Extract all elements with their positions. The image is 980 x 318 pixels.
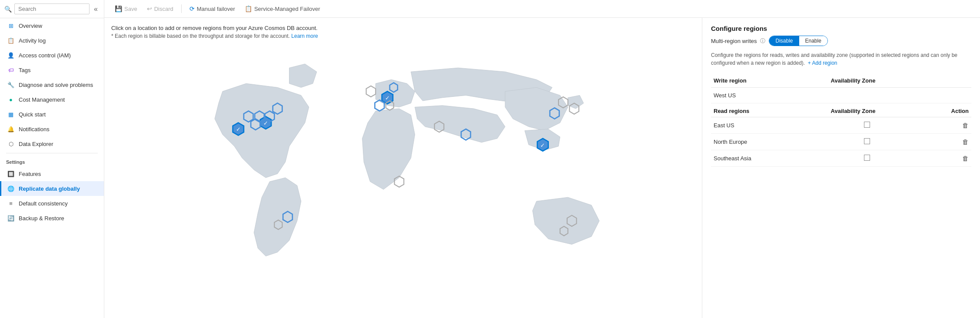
search-icon: 🔍 (4, 6, 12, 13)
grid-icon: ⊞ (7, 22, 14, 29)
multiregion-row: Multi-region writes ⓘ Disable Enable (711, 36, 971, 46)
sidebar-item-data-explorer[interactable]: ⬡ Data Explorer (0, 136, 104, 151)
tag-icon: 🏷 (7, 66, 14, 73)
quickstart-icon: ▦ (7, 111, 14, 118)
search-box: 🔍 « (0, 0, 104, 18)
pin-west-us[interactable]: ✓ (233, 123, 244, 136)
main-area: 💾 Save ↩ Discard ⟳ Manual failover 📋 Ser… (104, 0, 980, 318)
config-description: Configure the regions for reads, writes … (711, 51, 971, 67)
features-icon: 🔲 (7, 170, 14, 177)
pin-west-europe[interactable] (375, 100, 384, 111)
service-managed-failover-button[interactable]: 📋 Service-Managed Failover (241, 3, 324, 14)
table-row: Southeast Asia 🗑 (711, 150, 971, 167)
add-region-link[interactable]: + Add region (808, 60, 837, 66)
content-area: Click on a location to add or remove reg… (104, 18, 980, 318)
search-input[interactable] (14, 3, 90, 14)
sidebar-item-backup-restore[interactable]: 🔄 Backup & Restore (0, 211, 104, 225)
collapse-button[interactable]: « (92, 4, 100, 14)
read-regions-header-row: Read regions Availability Zone Action (711, 103, 971, 117)
discard-icon: ↩ (147, 5, 152, 12)
sidebar: 🔍 « ⊞ Overview 📋 Activity log 👤 Access c… (0, 0, 104, 318)
disable-toggle[interactable]: Disable (769, 36, 799, 46)
az-checkbox-cell (828, 117, 907, 134)
delete-region-button-0[interactable]: 🗑 (962, 122, 969, 129)
learn-more-link[interactable]: Learn more (291, 33, 318, 39)
delete-region-button-2[interactable]: 🗑 (962, 155, 969, 162)
save-icon: 💾 (115, 5, 122, 12)
right-panel: Configure regions Multi-region writes ⓘ … (702, 18, 980, 318)
write-region-name: West US (711, 88, 828, 103)
settings-section-header: Settings (0, 155, 104, 166)
map-info-text: Click on a location to add or remove reg… (111, 25, 695, 31)
read-regions-col-header: Read regions (711, 103, 828, 117)
service-failover-icon: 📋 (245, 5, 252, 12)
write-region-header-row: Write region Availability Zone (711, 74, 971, 88)
world-map-svg: ✓ ✓ (111, 44, 695, 311)
map-billing-note: * Each region is billable based on the t… (111, 33, 695, 39)
sidebar-item-cost-management[interactable]: ● Cost Management (0, 92, 104, 107)
toggle-group: Disable Enable (769, 36, 827, 46)
backup-icon: 🔄 (7, 215, 14, 222)
write-region-col-header: Write region (711, 74, 828, 88)
failover-icon: ⟳ (189, 5, 195, 12)
svg-text:✓: ✓ (540, 142, 545, 149)
region-name-cell: East US (711, 117, 828, 134)
sidebar-item-diagnose[interactable]: 🔧 Diagnose and solve problems (0, 77, 104, 92)
sidebar-item-features[interactable]: 🔲 Features (0, 166, 104, 181)
globe-icon: 🌐 (7, 185, 14, 192)
svg-marker-21 (366, 86, 376, 97)
az-checkbox-1[interactable] (864, 138, 870, 144)
action-cell: 🗑 (906, 150, 971, 167)
action-col-header: Action (906, 103, 971, 117)
pin-uk[interactable] (366, 86, 376, 97)
az-checkbox-0[interactable] (864, 122, 870, 128)
sidebar-item-notifications[interactable]: 🔔 Notifications (0, 122, 104, 136)
cost-icon: ● (7, 96, 14, 103)
sidebar-item-tags[interactable]: 🏷 Tags (0, 63, 104, 77)
table-row: North Europe 🗑 (711, 134, 971, 150)
sidebar-item-activity-log[interactable]: 📋 Activity log (0, 33, 104, 48)
write-region-data-row: West US (711, 88, 971, 103)
save-button[interactable]: 💾 Save (111, 3, 141, 14)
az-checkbox-cell (828, 150, 907, 167)
enable-toggle[interactable]: Enable (799, 36, 827, 46)
multiregion-label: Multi-region writes (711, 38, 757, 44)
discard-button[interactable]: ↩ Discard (143, 3, 177, 14)
activity-icon: 📋 (7, 37, 14, 44)
info-icon[interactable]: ⓘ (760, 37, 765, 45)
explorer-icon: ⬡ (7, 140, 14, 147)
sidebar-item-overview[interactable]: ⊞ Overview (0, 18, 104, 33)
map-area: Click on a location to add or remove reg… (104, 18, 702, 318)
write-az-col-header: Availability Zone (828, 74, 907, 88)
world-map-container: ✓ ✓ (111, 44, 695, 311)
consistency-icon: ≡ (7, 200, 14, 207)
action-cell: 🗑 (906, 117, 971, 134)
toolbar: 💾 Save ↩ Discard ⟳ Manual failover 📋 Ser… (104, 0, 980, 18)
table-row: East US 🗑 (711, 117, 971, 134)
az-checkbox-2[interactable] (864, 155, 870, 161)
toolbar-divider (181, 4, 182, 13)
pin-southeast-asia[interactable]: ✓ (537, 139, 548, 151)
read-regions-table: East US 🗑 North Europe 🗑 Southeast Asia … (711, 117, 971, 167)
action-cell: 🗑 (906, 134, 971, 150)
sidebar-item-access-control[interactable]: 👤 Access control (IAM) (0, 48, 104, 63)
panel-title: Configure regions (711, 25, 971, 32)
sidebar-item-replicate-data[interactable]: 🌐 Replicate data globally (0, 181, 104, 196)
region-name-cell: North Europe (711, 134, 828, 150)
sidebar-item-quick-start[interactable]: ▦ Quick start (0, 107, 104, 122)
pin-east-us[interactable]: ✓ (260, 116, 271, 129)
wrench-icon: 🔧 (7, 81, 14, 88)
bell-icon: 🔔 (7, 126, 14, 132)
az-checkbox-cell (828, 134, 907, 150)
delete-region-button-1[interactable]: 🗑 (962, 138, 969, 146)
manual-failover-button[interactable]: ⟳ Manual failover (186, 3, 239, 14)
region-name-cell: Southeast Asia (711, 150, 828, 167)
read-regions-container: East US 🗑 North Europe 🗑 Southeast Asia … (711, 117, 971, 167)
sidebar-item-default-consistency[interactable]: ≡ Default consistency (0, 196, 104, 211)
person-icon: 👤 (7, 52, 14, 59)
settings-divider (6, 153, 98, 153)
regions-table: Write region Availability Zone West US R… (711, 74, 971, 117)
svg-text:✓: ✓ (385, 95, 390, 101)
svg-marker-10 (375, 100, 384, 111)
read-az-col-header: Availability Zone (828, 103, 907, 117)
